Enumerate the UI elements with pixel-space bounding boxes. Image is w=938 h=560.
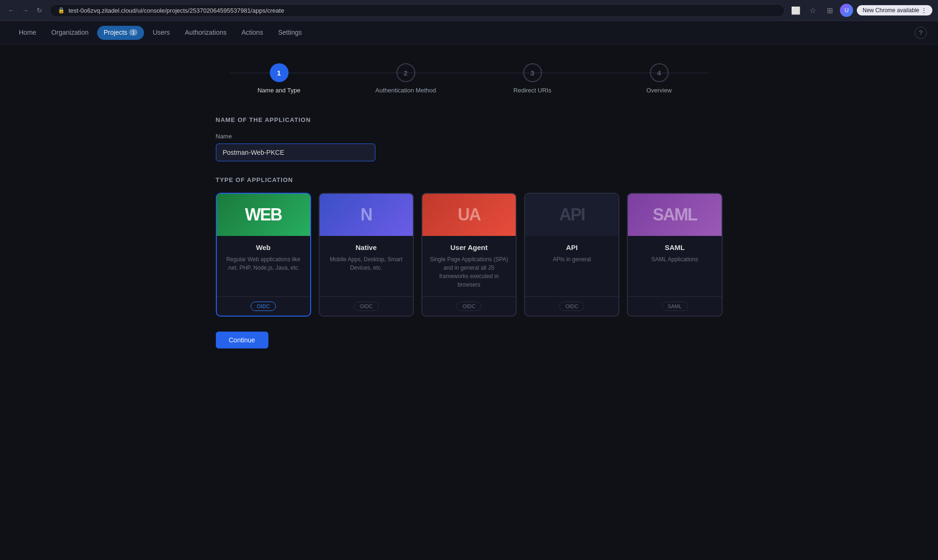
continue-button[interactable]: Continue [216, 332, 268, 348]
step-redirect-uris: 3 Redirect URIs [469, 63, 596, 94]
sidebar-item-projects[interactable]: Projects 1 [97, 26, 145, 40]
native-card-desc: Mobile Apps, Desktop, Smart Devices, etc… [326, 255, 406, 289]
type-section-title: TYPE OF APPLICATION [216, 176, 723, 183]
sidebar-item-settings[interactable]: Settings [271, 21, 310, 45]
step-circle-2: 2 [397, 63, 415, 82]
api-icon: API [525, 194, 618, 236]
api-card-desc: APIs in general [532, 255, 612, 289]
web-card-desc: Regular Web applications like .net, PHP,… [223, 255, 304, 289]
back-button[interactable]: ← [6, 5, 17, 16]
app-type-cards: WEB Web Regular Web applications like .n… [216, 193, 723, 317]
more-icon: ⋮ [921, 7, 927, 14]
user-avatar[interactable]: U [840, 4, 853, 17]
main-content: 1 Name and Type 2 Authentication Method … [188, 45, 751, 367]
top-nav: Home Organization Projects 1 Users Autho… [0, 21, 938, 45]
secure-icon: 🔒 [58, 7, 65, 14]
saml-card-name: SAML [634, 243, 715, 251]
user-agent-card-desc: Single Page Applications (SPA) and in ge… [429, 255, 509, 289]
sidebar-item-actions[interactable]: Actions [234, 21, 271, 45]
sidebar-item-authorizations[interactable]: Authorizations [177, 21, 234, 45]
app-card-api[interactable]: API API APIs in general OIDC [524, 193, 619, 317]
native-card-name: Native [326, 243, 406, 251]
saml-icon: SAML [628, 194, 721, 236]
saml-card-tag: SAML [662, 302, 688, 311]
stepper: 1 Name and Type 2 Authentication Method … [216, 63, 723, 94]
web-card-tag: OIDC [251, 302, 276, 311]
web-card-name: Web [223, 243, 304, 251]
web-icon: WEB [217, 194, 310, 236]
saml-card-desc: SAML Applications [634, 255, 715, 289]
name-section-title: NAME OF THE APPLICATION [216, 116, 723, 123]
app-card-web[interactable]: WEB Web Regular Web applications like .n… [216, 193, 311, 317]
bookmark-button[interactable]: ☆ [806, 4, 819, 17]
cast-button[interactable]: ⬜ [789, 4, 802, 17]
api-card-name: API [532, 243, 612, 251]
sidebar-item-users[interactable]: Users [145, 21, 177, 45]
extensions-button[interactable]: ⊞ [823, 4, 836, 17]
browser-actions: ⬜ ☆ ⊞ U New Chrome available ⋮ [789, 4, 932, 17]
step-label-1: Name and Type [258, 87, 301, 94]
api-card-tag: OIDC [559, 302, 585, 311]
app-card-saml[interactable]: SAML SAML SAML Applications SAML [627, 193, 722, 317]
projects-badge: 1 [129, 29, 137, 36]
user-agent-icon: UA [422, 194, 516, 236]
step-circle-4: 4 [650, 63, 669, 82]
step-circle-3: 3 [523, 63, 542, 82]
app-card-user-agent[interactable]: UA User Agent Single Page Applications (… [421, 193, 517, 317]
new-chrome-badge[interactable]: New Chrome available ⋮ [857, 5, 932, 15]
step-overview: 4 Overview [596, 63, 723, 94]
native-card-tag: OIDC [354, 302, 379, 311]
user-agent-card-tag: OIDC [457, 302, 482, 311]
browser-chrome: ← → ↻ 🔒 test-0o6zvq.zitadel.cloud/ui/con… [0, 0, 938, 21]
new-chrome-label: New Chrome available [862, 7, 919, 14]
step-label-3: Redirect URIs [513, 87, 551, 94]
sidebar-item-organization[interactable]: Organization [44, 21, 96, 45]
name-field-label: Name [216, 133, 723, 140]
app-name-input[interactable] [216, 144, 375, 161]
nav-buttons: ← → ↻ [6, 5, 45, 16]
step-name-type: 1 Name and Type [216, 63, 343, 94]
reload-button[interactable]: ↻ [34, 5, 45, 16]
sidebar-item-home[interactable]: Home [11, 21, 44, 45]
user-agent-card-name: User Agent [429, 243, 509, 251]
help-button[interactable]: ? [915, 27, 927, 39]
step-label-2: Authentication Method [375, 87, 436, 94]
address-bar[interactable]: 🔒 test-0o6zvq.zitadel.cloud/ui/console/p… [50, 4, 785, 17]
native-icon: N [320, 194, 413, 236]
step-auth-method: 2 Authentication Method [343, 63, 469, 94]
app-card-native[interactable]: N Native Mobile Apps, Desktop, Smart Dev… [319, 193, 414, 317]
step-circle-1: 1 [270, 63, 289, 82]
url-text: test-0o6zvq.zitadel.cloud/ui/console/pro… [69, 7, 284, 14]
forward-button[interactable]: → [20, 5, 31, 16]
step-label-4: Overview [646, 87, 671, 94]
